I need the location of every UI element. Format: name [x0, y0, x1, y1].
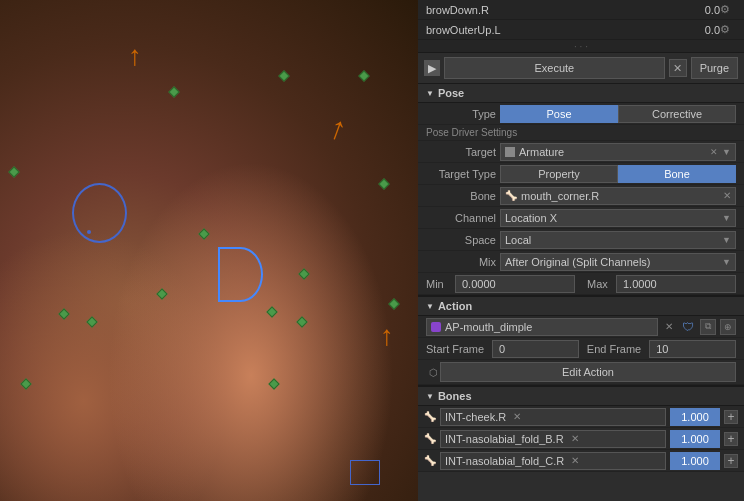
action-icon	[431, 322, 441, 332]
bone-list-item-0: 🦴 INT-cheek.R ✕ 1.000 +	[418, 406, 744, 428]
bone-list-field-0[interactable]: INT-cheek.R ✕	[440, 408, 666, 426]
bone-list-name-2: INT-nasolabial_fold_C.R	[445, 455, 564, 467]
mix-dropdown[interactable]: After Original (Split Channels) ▼	[500, 253, 736, 271]
min-value: 0.0000	[462, 278, 496, 290]
end-frame-value: 10	[656, 343, 668, 355]
bone-x-button[interactable]: ✕	[723, 190, 731, 201]
bone-list-x-1[interactable]: ✕	[568, 432, 582, 446]
execute-label: Execute	[534, 62, 574, 74]
action-copy-button-1[interactable]: ⧉	[700, 319, 716, 335]
bone-list-item-2: 🦴 INT-nasolabial_fold_C.R ✕ 1.000 +	[418, 450, 744, 472]
start-frame-value: 0	[499, 343, 505, 355]
action-section-header[interactable]: ▼ Action	[418, 295, 744, 316]
target-type-button-group: Property Bone	[500, 165, 736, 183]
target-dropdown-chevron: ▼	[722, 147, 731, 157]
end-frame-label: End Frame	[587, 343, 641, 355]
edit-action-icon: ⬡	[426, 365, 440, 379]
play-button[interactable]: ▶	[424, 60, 440, 76]
space-row: Space Local ▼	[418, 229, 744, 251]
list-item-browouterup-l[interactable]: browOuterUp.L 0.0 ⚙	[418, 20, 744, 40]
max-field[interactable]: 1.0000	[616, 275, 736, 293]
bone-list-name-0: INT-cheek.R	[445, 411, 506, 423]
target-row: Target Armature ✕ ▼	[418, 141, 744, 163]
shape-key-value-2: 0.0	[670, 24, 720, 36]
bone-list-name-1: INT-nasolabial_fold_B.R	[445, 433, 564, 445]
bone-add-btn-1[interactable]: +	[724, 432, 738, 446]
bone-list-x-0[interactable]: ✕	[510, 410, 524, 424]
end-frame-field[interactable]: 10	[649, 340, 736, 358]
pose-section-title: Pose	[438, 87, 464, 99]
clear-button[interactable]: ✕	[669, 59, 687, 77]
shape-key-label-1: browDown.R	[426, 4, 670, 16]
target-type-label: Target Type	[426, 168, 496, 180]
start-frame-field[interactable]: 0	[492, 340, 579, 358]
min-label: Min	[426, 278, 451, 290]
bones-section-header[interactable]: ▼ Bones	[418, 385, 744, 406]
viewport-3d[interactable]: ↑ ↑ ↑	[0, 0, 418, 501]
action-shield-button[interactable]: 🛡	[680, 319, 696, 335]
collapse-dots[interactable]: · · ·	[418, 40, 744, 52]
viewport-background	[0, 0, 418, 501]
action-collapse-arrow: ▼	[426, 302, 434, 311]
target-mesh-icon	[505, 147, 515, 157]
type-corrective-button[interactable]: Corrective	[618, 105, 736, 123]
shape-key-value-1: 0.0	[670, 4, 720, 16]
pose-driver-settings-label: Pose Driver Settings	[418, 125, 744, 141]
channel-row: Channel Location X ▼	[418, 207, 744, 229]
pose-collapse-arrow: ▼	[426, 89, 434, 98]
target-dropdown[interactable]: Armature ✕ ▼	[500, 143, 736, 161]
edit-action-label: Edit Action	[562, 366, 614, 378]
mix-label: Mix	[426, 256, 496, 268]
edit-action-button[interactable]: Edit Action	[440, 362, 736, 382]
min-field[interactable]: 0.0000	[455, 275, 575, 293]
target-type-property-button[interactable]: Property	[500, 165, 618, 183]
list-item-browdown-r[interactable]: browDown.R 0.0 ⚙	[418, 0, 744, 20]
mix-row: Mix After Original (Split Channels) ▼	[418, 251, 744, 273]
action-name: AP-mouth_dimple	[445, 321, 532, 333]
mix-dropdown-arrow: ▼	[722, 257, 731, 267]
edit-action-row: ⬡ Edit Action	[418, 360, 744, 385]
bone-list-icon-2: 🦴	[424, 455, 436, 466]
target-type-bone-button[interactable]: Bone	[618, 165, 736, 183]
bone-value-btn-0[interactable]: 1.000	[670, 408, 720, 426]
purge-button[interactable]: Purge	[691, 57, 738, 79]
bone-add-btn-0[interactable]: +	[724, 410, 738, 424]
bone-value-btn-2[interactable]: 1.000	[670, 452, 720, 470]
execute-button[interactable]: Execute	[444, 57, 665, 79]
bone-row: Bone 🦴 mouth_corner.R ✕	[418, 185, 744, 207]
channel-value: Location X	[505, 212, 557, 224]
space-dropdown[interactable]: Local ▼	[500, 231, 736, 249]
bones-section-title: Bones	[438, 390, 472, 402]
purge-label: Purge	[700, 62, 729, 74]
properties-panel: browDown.R 0.0 ⚙ browOuterUp.L 0.0 ⚙ · ·…	[418, 0, 744, 501]
bone-list-icon-0: 🦴	[424, 411, 436, 422]
settings-icon-1[interactable]: ⚙	[720, 3, 736, 16]
pose-section-header[interactable]: ▼ Pose	[418, 84, 744, 103]
bone-list-field-1[interactable]: INT-nasolabial_fold_B.R ✕	[440, 430, 666, 448]
max-value: 1.0000	[623, 278, 657, 290]
minmax-row: Min 0.0000 Max 1.0000	[418, 273, 744, 295]
type-label: Type	[426, 108, 496, 120]
target-field-group: Armature ✕ ▼	[500, 143, 736, 161]
target-type-row: Target Type Property Bone	[418, 163, 744, 185]
target-dropdown-arrow: ✕	[710, 147, 718, 157]
bone-field[interactable]: 🦴 mouth_corner.R ✕	[500, 187, 736, 205]
type-pose-button[interactable]: Pose	[500, 105, 618, 123]
bone-icon: 🦴	[505, 190, 517, 201]
mix-value: After Original (Split Channels)	[505, 256, 651, 268]
bone-list-x-2[interactable]: ✕	[568, 454, 582, 468]
action-field[interactable]: AP-mouth_dimple	[426, 318, 658, 336]
bone-value: mouth_corner.R	[521, 190, 599, 202]
action-x-button[interactable]: ✕	[662, 320, 676, 334]
type-row: Type Pose Corrective	[418, 103, 744, 125]
bone-list-field-2[interactable]: INT-nasolabial_fold_C.R ✕	[440, 452, 666, 470]
settings-icon-2[interactable]: ⚙	[720, 23, 736, 36]
type-button-group: Pose Corrective	[500, 105, 736, 123]
target-label: Target	[426, 146, 496, 158]
action-copy-button-2[interactable]: ⊕	[720, 319, 736, 335]
bone-value-btn-1[interactable]: 1.000	[670, 430, 720, 448]
bone-add-btn-2[interactable]: +	[724, 454, 738, 468]
bones-collapse-arrow: ▼	[426, 392, 434, 401]
channel-dropdown[interactable]: Location X ▼	[500, 209, 736, 227]
shape-key-label-2: browOuterUp.L	[426, 24, 670, 36]
